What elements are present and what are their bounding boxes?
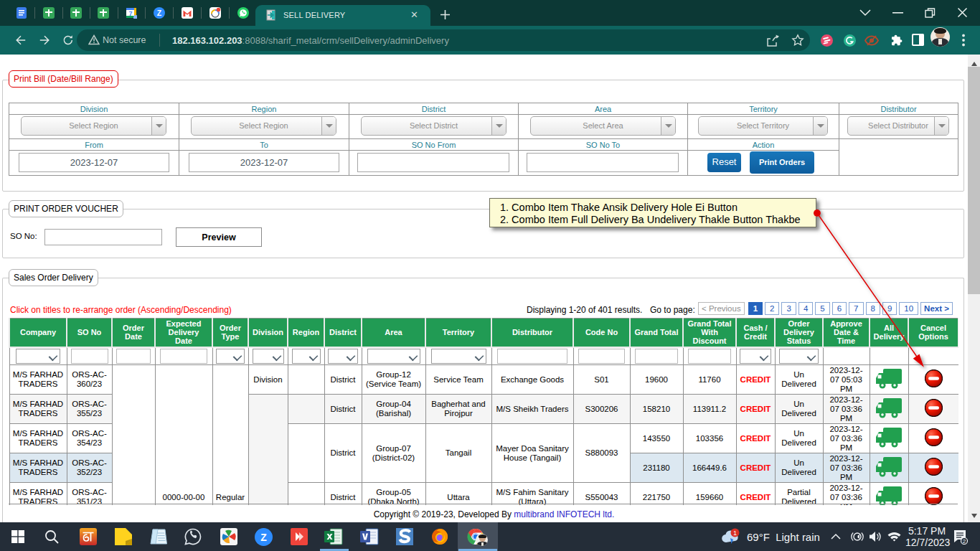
svg-text:Z: Z [157,9,162,17]
svg-text:Z: Z [260,532,267,543]
svg-text:7: 7 [128,10,132,17]
svg-text:1: 1 [733,529,737,537]
svg-text:2: 2 [963,538,966,545]
